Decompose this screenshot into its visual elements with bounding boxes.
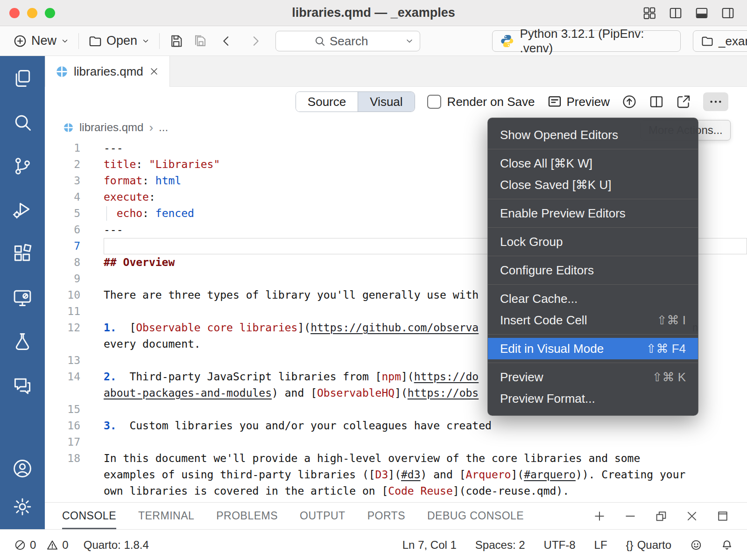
new-button[interactable]: New [13, 34, 69, 48]
menu-item-clear-cache[interactable]: Clear Cache... [488, 288, 698, 309]
cursor-position[interactable]: Ln 7, Col 1 [402, 539, 457, 552]
error-count[interactable]: 0 [14, 539, 36, 552]
panel-tab-debug-console[interactable]: DEBUG CONSOLE [427, 503, 524, 529]
preview-icon [547, 94, 562, 109]
menu-item-edit-in-visual-mode[interactable]: Edit in Visual Mode⇧⌘ F4 [488, 338, 698, 359]
menu-item-label: Lock Group [500, 235, 563, 249]
forward-icon[interactable] [248, 34, 262, 48]
more-actions-button[interactable] [703, 92, 728, 111]
breadcrumb-file[interactable]: libraries.qmd [79, 121, 143, 134]
preview-button[interactable]: Preview [547, 94, 610, 109]
tab-libraries-qmd[interactable]: libraries.qmd [45, 56, 170, 87]
menu-item-close-all-k-w[interactable]: Close All [⌘K W] [488, 153, 698, 174]
line-number: 2 [45, 156, 104, 173]
code-line[interactable]: examples of using third-party libraries … [45, 467, 747, 483]
settings-button[interactable] [11, 496, 34, 518]
customize-layout-icon[interactable] [642, 6, 656, 20]
menu-separator [488, 284, 698, 285]
toggle-panel-icon[interactable] [695, 6, 709, 20]
menu-item-label: Close Saved [⌘K U] [500, 178, 611, 192]
bell-icon [721, 539, 733, 551]
code-line[interactable]: 163. Custom libraries you and/or your co… [45, 418, 747, 434]
menu-item-configure-editors[interactable]: Configure Editors [488, 259, 698, 281]
panel-tab-output[interactable]: OUTPUT [300, 503, 345, 529]
warning-count[interactable]: 0 [46, 539, 68, 552]
breadcrumb-more[interactable]: ... [159, 121, 168, 134]
panel-close-icon[interactable] [685, 510, 698, 523]
panel-add-icon[interactable] [593, 510, 606, 523]
code-line[interactable]: own libraries is covered in the article … [45, 483, 747, 499]
indentation[interactable]: Spaces: 2 [475, 539, 525, 552]
menu-item-label: Preview Format... [500, 392, 595, 406]
source-control-button[interactable] [11, 155, 34, 177]
minimize-window-button[interactable] [27, 8, 37, 18]
testing-button[interactable] [11, 330, 34, 353]
code-line[interactable]: 17 [45, 434, 747, 450]
back-icon[interactable] [219, 34, 233, 48]
visual-mode-button[interactable]: Visual [358, 92, 414, 112]
quarto-version[interactable]: Quarto: 1.8.4 [84, 539, 149, 552]
menu-item-show-opened-editors[interactable]: Show Opened Editors [488, 124, 698, 146]
panel-header: CONSOLETERMINALPROBLEMSOUTPUTPORTSDEBUG … [45, 502, 747, 529]
line-number: 16 [45, 418, 104, 434]
render-on-save-checkbox[interactable] [427, 95, 441, 109]
close-window-button[interactable] [9, 8, 20, 18]
source-mode-button[interactable]: Source [296, 92, 358, 112]
account-button[interactable] [11, 457, 34, 480]
panel-tab-problems[interactable]: PROBLEMS [216, 503, 278, 529]
gear-icon [12, 497, 33, 517]
panel-maximize-icon[interactable] [716, 510, 729, 523]
split-editor-layout-icon[interactable] [669, 6, 683, 20]
zoom-window-button[interactable] [45, 8, 55, 18]
render-document-icon[interactable] [622, 94, 637, 109]
menu-separator [488, 227, 698, 228]
notifications-button[interactable] [721, 539, 733, 551]
menu-item-preview-format[interactable]: Preview Format... [488, 388, 698, 409]
chat-button[interactable] [11, 374, 34, 397]
close-tab-icon[interactable] [149, 66, 159, 77]
line-number: 6 [45, 222, 104, 238]
panel-tab-ports[interactable]: PORTS [367, 503, 405, 529]
save-all-icon[interactable] [193, 34, 207, 48]
code-line[interactable]: 18In this document we'll provide a high-… [45, 450, 747, 467]
search-icon [314, 35, 326, 47]
workspace-button[interactable]: _examples [693, 30, 747, 52]
line-number: 3 [45, 173, 104, 189]
save-icon[interactable] [169, 34, 183, 48]
menu-item-enable-preview-editors[interactable]: Enable Preview Editors [488, 203, 698, 224]
panel-minimize-icon[interactable] [624, 510, 637, 523]
search-box[interactable] [275, 31, 420, 51]
preview-pane-button[interactable] [11, 287, 34, 309]
feedback-button[interactable] [690, 539, 702, 551]
run-debug-button[interactable] [11, 199, 34, 221]
line-number [45, 483, 104, 499]
braces-icon: {} [626, 539, 634, 552]
status-bar: 0 0 Quarto: 1.8.4 Ln 7, Col 1 Spaces: 2 … [0, 529, 747, 560]
line-number: 8 [45, 254, 104, 271]
explorer-button[interactable] [11, 67, 34, 90]
python-icon [500, 34, 514, 49]
git-branch-icon [12, 156, 33, 176]
open-button[interactable]: Open [88, 34, 150, 48]
panel-tab-console[interactable]: CONSOLE [62, 503, 116, 529]
search-view-button[interactable] [11, 111, 34, 133]
menu-item-shortcut: ⇧⌘ F4 [646, 342, 686, 356]
panel-tab-terminal[interactable]: TERMINAL [138, 503, 194, 529]
panel-restore-icon[interactable] [655, 510, 668, 523]
encoding[interactable]: UTF-8 [544, 539, 576, 552]
interpreter-selector[interactable]: Python 3.12.1 (PipEnv: .venv) [492, 30, 681, 52]
menu-item-close-saved-k-u[interactable]: Close Saved [⌘K U] [488, 174, 698, 196]
menu-item-preview[interactable]: Preview⇧⌘ K [488, 366, 698, 388]
menu-item-lock-group[interactable]: Lock Group [488, 231, 698, 252]
eol-sequence[interactable]: LF [594, 539, 607, 552]
menu-item-insert-code-cell[interactable]: Insert Code Cell⇧⌘ I [488, 309, 698, 331]
language-mode[interactable]: {} Quarto [626, 539, 671, 552]
open-in-new-window-icon[interactable] [676, 94, 691, 109]
search-input[interactable] [330, 34, 382, 49]
plus-circle-icon [13, 34, 27, 48]
toggle-secondary-sidebar-icon[interactable] [721, 6, 735, 20]
extensions-button[interactable] [11, 243, 34, 265]
breadcrumb-chevron-icon: › [149, 120, 153, 135]
split-editor-icon[interactable] [649, 94, 664, 109]
chevron-down-icon [405, 36, 414, 46]
